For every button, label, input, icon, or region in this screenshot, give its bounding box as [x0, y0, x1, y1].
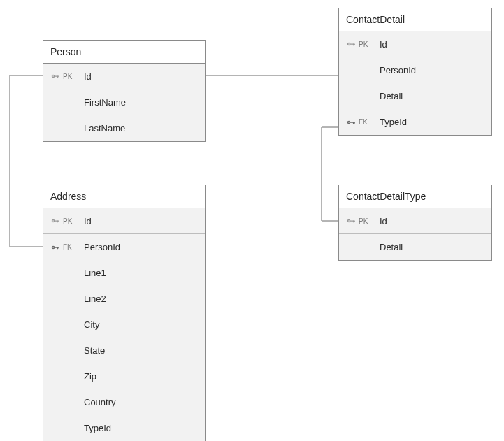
column-name: State — [80, 345, 201, 356]
entity-address[interactable]: Address PKId FKPersonIdLine1Line2CitySta… — [43, 185, 206, 441]
svg-point-19 — [348, 220, 350, 222]
svg-point-14 — [348, 122, 350, 123]
column-name: Line2 — [80, 294, 201, 304]
column-row[interactable]: FirstName — [43, 89, 205, 115]
column-row[interactable]: Detail — [339, 234, 491, 260]
entity-columns: PKId FKPersonIdLine1Line2CityStateZipCou… — [43, 208, 205, 441]
svg-rect-21 — [55, 220, 59, 221]
entity-title: ContactDetailType — [339, 185, 491, 208]
svg-point-9 — [348, 43, 350, 45]
svg-rect-8 — [354, 43, 355, 45]
column-row[interactable]: PersonId — [339, 57, 491, 83]
column-name: TypeId — [375, 117, 487, 127]
svg-point-4 — [52, 75, 54, 77]
column-name: Id — [80, 216, 201, 226]
column-name: Id — [375, 216, 487, 226]
entity-columns: PKIdPersonIdDetail FKTypeId — [339, 31, 491, 135]
primary-key-icon — [48, 71, 63, 81]
rel-contactdetailtype-contactdetail — [322, 127, 338, 221]
column-name: Line1 — [80, 268, 201, 278]
column-name: Detail — [375, 242, 487, 252]
svg-rect-28 — [59, 247, 59, 248]
primary-key-icon — [48, 216, 63, 226]
svg-rect-26 — [55, 247, 59, 247]
column-row[interactable]: FKPersonId — [43, 234, 205, 260]
column-row[interactable]: Line1 — [43, 260, 205, 286]
primary-key-icon — [343, 216, 359, 226]
column-name: City — [80, 319, 201, 330]
svg-point-29 — [52, 247, 54, 248]
column-row[interactable]: Country — [43, 389, 205, 415]
column-row[interactable]: TypeId — [43, 415, 205, 441]
svg-rect-27 — [57, 247, 58, 249]
column-row[interactable]: Line2 — [43, 286, 205, 312]
key-tag: FK — [359, 118, 375, 126]
column-row[interactable]: PKId — [339, 31, 491, 57]
column-name: Zip — [80, 371, 201, 382]
entity-contactDetailType[interactable]: ContactDetailType PKIdDetail — [338, 185, 492, 261]
column-row[interactable]: FKTypeId — [339, 109, 491, 135]
svg-rect-22 — [57, 220, 58, 222]
column-name: Detail — [375, 91, 487, 101]
column-row[interactable]: LastName — [43, 115, 205, 141]
key-tag: PK — [359, 41, 375, 48]
svg-rect-6 — [350, 43, 354, 44]
key-tag: FK — [63, 243, 80, 251]
column-name: PersonId — [375, 65, 487, 75]
entity-title: Address — [43, 185, 205, 208]
svg-rect-7 — [353, 43, 354, 45]
svg-point-24 — [52, 220, 54, 222]
entity-person[interactable]: Person PKIdFirstNameLastName — [43, 40, 206, 142]
column-name: Id — [375, 39, 487, 50]
svg-rect-17 — [353, 220, 354, 222]
column-row[interactable]: PKId — [43, 64, 205, 89]
column-name: Country — [80, 397, 201, 407]
column-name: PersonId — [80, 242, 201, 252]
foreign-key-icon — [48, 243, 63, 252]
svg-rect-2 — [57, 75, 58, 78]
erd-canvas: { "entities": { "person": { "title": "Pe… — [0, 0, 504, 441]
entity-title: Person — [43, 41, 205, 64]
svg-rect-23 — [59, 220, 59, 222]
key-tag: PK — [63, 73, 80, 80]
entity-contactDetail[interactable]: ContactDetail PKIdPersonIdDetail FKTypeI… — [338, 8, 492, 136]
svg-rect-18 — [354, 220, 355, 222]
key-tag: PK — [63, 217, 80, 225]
column-row[interactable]: State — [43, 338, 205, 363]
svg-rect-13 — [354, 122, 355, 123]
column-row[interactable]: Detail — [339, 83, 491, 109]
column-name: Id — [80, 71, 201, 82]
rel-person-address — [10, 75, 43, 247]
column-row[interactable]: PKId — [43, 208, 205, 234]
column-row[interactable]: Zip — [43, 363, 205, 389]
column-name: FirstName — [80, 97, 201, 108]
column-row[interactable]: City — [43, 312, 205, 338]
column-row[interactable]: PKId — [339, 208, 491, 234]
svg-rect-12 — [353, 122, 354, 124]
entity-columns: PKIdFirstNameLastName — [43, 64, 205, 141]
column-name: LastName — [80, 123, 201, 133]
svg-rect-16 — [350, 220, 354, 221]
entity-title: ContactDetail — [339, 8, 491, 31]
primary-key-icon — [343, 39, 359, 49]
entity-columns: PKIdDetail — [339, 208, 491, 260]
key-tag: PK — [359, 217, 375, 225]
svg-rect-3 — [59, 75, 59, 77]
svg-rect-1 — [55, 75, 59, 76]
foreign-key-icon — [343, 117, 359, 127]
svg-rect-11 — [350, 122, 354, 122]
column-name: TypeId — [80, 423, 201, 433]
